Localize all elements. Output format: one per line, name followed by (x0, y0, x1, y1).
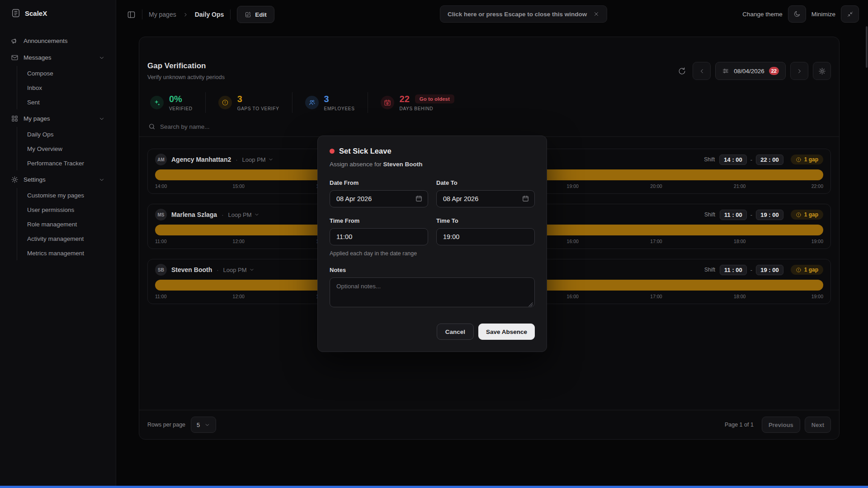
calendar-icon[interactable] (415, 195, 423, 202)
role-dropdown[interactable]: Loop PM (242, 156, 274, 163)
chevron-down-icon (204, 422, 210, 428)
sidebar-item-announcements[interactable]: Announcements (7, 33, 108, 48)
chevron-down-icon (99, 116, 105, 122)
cancel-button[interactable]: Cancel (437, 324, 474, 340)
sidebar-item-role-management[interactable]: Role management (25, 217, 108, 231)
sidebar-item-performance-tracker[interactable]: Performance Tracker (25, 156, 108, 170)
calendar-clock-icon (384, 99, 391, 106)
role-dropdown[interactable]: Loop PM (223, 267, 255, 273)
previous-day-button[interactable] (693, 62, 711, 80)
refresh-icon[interactable] (678, 67, 686, 75)
sidebar-item-my-overview[interactable]: My Overview (25, 141, 108, 156)
sidebar-item-label: Messages (24, 54, 94, 61)
panel-header: Gap Verification Verify unknown activity… (147, 61, 831, 80)
shift-start-time[interactable]: 11 : 00 (720, 210, 747, 220)
chevron-left-icon (698, 68, 705, 75)
notes-textarea[interactable] (330, 277, 535, 307)
modal-employee-name: Steven Booth (383, 161, 423, 168)
gap-badge[interactable]: 1 gap (791, 265, 823, 275)
shift-end-time[interactable]: 19 : 00 (756, 265, 783, 275)
shift-start-time[interactable]: 14 : 00 (719, 155, 746, 165)
role-dropdown[interactable]: Loop PM (228, 211, 259, 218)
sidebar-item-settings[interactable]: Settings (7, 172, 108, 187)
chevron-down-icon (249, 267, 255, 272)
theme-toggle-button[interactable] (788, 5, 806, 23)
sidebar-item-label: My pages (24, 115, 94, 122)
gap-badge[interactable]: 1 gap (791, 155, 823, 164)
timeline-tick: 22:00 (811, 183, 823, 189)
sidebar-item-daily-ops[interactable]: Daily Ops (25, 127, 108, 141)
gap-badge[interactable]: 1 gap (791, 210, 823, 220)
next-page-button[interactable]: Next (805, 417, 831, 433)
sidebar-item-metrics-management[interactable]: Metrics management (25, 246, 108, 260)
shift-label: Shift (704, 267, 715, 273)
chevron-down-icon (99, 177, 105, 183)
sidebar-item-my-pages[interactable]: My pages (7, 111, 108, 126)
breadcrumb-parent[interactable]: My pages (149, 11, 176, 18)
sidebar-item-user-permissions[interactable]: User permissions (25, 202, 108, 217)
alert-circle-icon (796, 157, 802, 163)
dash: - (750, 156, 752, 163)
shift-end-time[interactable]: 19 : 00 (756, 210, 783, 220)
separator: · (236, 156, 237, 163)
rows-per-page-select[interactable]: 5 (191, 417, 216, 433)
chevron-down-icon (254, 212, 259, 217)
timeline-tick: 14:00 (155, 183, 167, 189)
shift-start-time[interactable]: 11 : 00 (720, 265, 747, 275)
sliders-icon (722, 67, 729, 75)
sparkles-icon (154, 99, 160, 106)
search-input[interactable] (160, 123, 350, 130)
timeline-tick: 15:00 (233, 183, 245, 189)
separator: · (222, 211, 223, 218)
shift-label: Shift (704, 211, 715, 218)
sidebar-item-inbox[interactable]: Inbox (25, 80, 108, 95)
date-from-input[interactable] (330, 190, 428, 207)
resize-grip-icon[interactable] (528, 302, 533, 307)
previous-page-button[interactable]: Previous (762, 417, 800, 433)
next-day-button[interactable] (790, 62, 808, 80)
stat-employees: 3 EMPLOYEES (292, 92, 368, 113)
time-to-input[interactable] (436, 228, 535, 245)
save-absence-button[interactable]: Save Absence (478, 324, 535, 340)
megaphone-icon (11, 37, 19, 45)
breadcrumb-current: Daily Ops (195, 11, 224, 18)
users-icon (308, 99, 316, 106)
stat-value: 3 (237, 94, 279, 104)
timeline-tick: 16:00 (567, 239, 579, 244)
calendar-icon[interactable] (522, 195, 529, 202)
time-to-label: Time To (436, 217, 535, 224)
app-logo[interactable]: ScaleX (7, 8, 108, 18)
date-picker-button[interactable]: 08/04/2026 22 (715, 62, 786, 80)
sidebar-item-customise-my-pages[interactable]: Customise my pages (25, 188, 108, 202)
dash: - (750, 267, 752, 273)
sidebar-item-compose[interactable]: Compose (25, 66, 108, 80)
settings-button[interactable] (813, 62, 831, 80)
scrollbar-thumb[interactable] (866, 26, 868, 68)
modal-subtitle: Assign absence for Steven Booth (330, 161, 535, 168)
sidebar-item-label: Announcements (24, 38, 105, 44)
gap-label: 1 gap (804, 267, 818, 273)
search-bar (147, 121, 831, 136)
sidebar-item-activity-management[interactable]: Activity management (25, 231, 108, 246)
status-dot-icon (330, 149, 335, 154)
topbar-right: Change theme Minimize (742, 5, 859, 23)
sidebar-item-sent[interactable]: Sent (25, 95, 108, 109)
close-icon[interactable] (593, 11, 599, 17)
minimize-button[interactable] (841, 5, 859, 23)
employee-name: Agency Manhattan2 (171, 156, 231, 163)
stat-days-behind: 22 Go to oldest DAYS BEHIND (368, 92, 467, 113)
panel-toggle-icon[interactable] (127, 10, 136, 19)
shift-end-time[interactable]: 22 : 00 (756, 155, 783, 165)
time-from-input[interactable] (330, 228, 428, 245)
rows-per-page-label: Rows per page (147, 422, 185, 428)
sidebar-item-label: Settings (24, 176, 94, 183)
sidebar-item-messages[interactable]: Messages (7, 50, 108, 65)
close-window-toast[interactable]: Click here or press Escape to close this… (440, 5, 607, 23)
divider (142, 9, 142, 19)
timeline-tick: 19:00 (811, 239, 823, 244)
timeline-tick: 18:00 (734, 294, 745, 299)
date-to-input[interactable] (436, 190, 535, 207)
go-to-oldest-button[interactable]: Go to oldest (415, 94, 454, 103)
stat-label: EMPLOYEES (324, 106, 355, 111)
edit-button[interactable]: Edit (237, 6, 274, 23)
